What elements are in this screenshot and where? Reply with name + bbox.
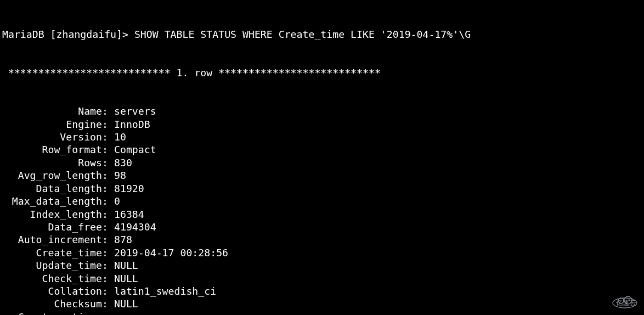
field-value: 0 bbox=[114, 195, 120, 207]
field-value: servers bbox=[114, 105, 156, 117]
field-row: Create_options: bbox=[2, 311, 642, 315]
field-value: InnoDB bbox=[114, 118, 150, 131]
command-line: MariaDB [zhangdaifu]> SHOW TABLE STATUS … bbox=[2, 28, 642, 41]
field-colon: : bbox=[102, 131, 114, 143]
field-value: latin1_swedish_ci bbox=[114, 285, 216, 297]
field-colon: : bbox=[102, 156, 114, 169]
field-row: Data_length: 81920 bbox=[2, 182, 642, 195]
field-colon: : bbox=[102, 195, 114, 207]
field-value: NULL bbox=[114, 297, 138, 310]
field-row: Name: servers bbox=[2, 105, 642, 117]
field-colon: : bbox=[102, 169, 114, 182]
field-value: 10 bbox=[114, 131, 126, 143]
terminal[interactable]: MariaDB [zhangdaifu]> SHOW TABLE STATUS … bbox=[0, 0, 644, 315]
field-row: Rows: 830 bbox=[2, 156, 642, 169]
field-value: 81920 bbox=[114, 182, 144, 195]
field-colon: : bbox=[102, 105, 114, 117]
field-row: Version: 10 bbox=[2, 131, 642, 143]
field-row: Collation: latin1_swedish_ci bbox=[2, 285, 642, 297]
field-colon: : bbox=[102, 246, 114, 259]
field-colon: : bbox=[102, 259, 114, 272]
field-value: NULL bbox=[114, 259, 138, 272]
field-colon: : bbox=[102, 221, 114, 233]
field-key: Auto_increment bbox=[2, 233, 102, 246]
field-colon: : bbox=[102, 272, 114, 285]
field-value: 16384 bbox=[114, 208, 144, 221]
field-key: Check_time bbox=[2, 272, 102, 285]
field-colon: : bbox=[102, 118, 114, 131]
field-key: Avg_row_length bbox=[2, 169, 102, 182]
field-value: 878 bbox=[114, 233, 132, 246]
field-colon: : bbox=[102, 297, 114, 310]
field-key: Name bbox=[2, 105, 102, 117]
field-colon: : bbox=[102, 311, 114, 315]
field-row: Row_format: Compact bbox=[2, 143, 642, 156]
field-row: Check_time: NULL bbox=[2, 272, 642, 285]
field-key: Collation bbox=[2, 285, 102, 297]
field-key: Rows bbox=[2, 156, 102, 169]
field-key: Version bbox=[2, 131, 102, 143]
field-key: Data_length bbox=[2, 182, 102, 195]
field-row: Update_time: NULL bbox=[2, 259, 642, 272]
field-row: Avg_row_length: 98 bbox=[2, 169, 642, 182]
field-key: Index_length bbox=[2, 208, 102, 221]
field-value: NULL bbox=[114, 272, 138, 285]
field-row: Data_free: 4194304 bbox=[2, 221, 642, 233]
prompt: MariaDB [zhangdaifu]> bbox=[2, 28, 128, 41]
field-colon: : bbox=[102, 285, 114, 297]
field-value: 2019-04-17 00:28:56 bbox=[114, 246, 228, 259]
field-key: Update_time bbox=[2, 259, 102, 272]
field-key: Row_format bbox=[2, 143, 102, 156]
field-row: Checksum: NULL bbox=[2, 297, 642, 310]
field-value: 98 bbox=[114, 169, 126, 182]
watermark-text: 亿速云 bbox=[616, 297, 637, 310]
result-fields: Name: serversEngine: InnoDBVersion: 10Ro… bbox=[2, 105, 642, 315]
field-colon: : bbox=[102, 208, 114, 221]
field-row: Create_time: 2019-04-17 00:28:56 bbox=[2, 246, 642, 259]
field-colon: : bbox=[102, 233, 114, 246]
field-row: Auto_increment: 878 bbox=[2, 233, 642, 246]
field-key: Engine bbox=[2, 118, 102, 131]
field-value: 4194304 bbox=[114, 221, 156, 233]
field-key: Create_time bbox=[2, 246, 102, 259]
row-separator: *************************** 1. row *****… bbox=[2, 66, 642, 79]
field-key: Max_data_length bbox=[2, 195, 102, 207]
field-key: Checksum bbox=[2, 297, 102, 310]
field-colon: : bbox=[102, 143, 114, 156]
field-key: Create_options bbox=[2, 311, 102, 315]
sql-command: SHOW TABLE STATUS WHERE Create_time LIKE… bbox=[128, 28, 471, 41]
field-value: 830 bbox=[114, 156, 132, 169]
field-row: Max_data_length: 0 bbox=[2, 195, 642, 207]
field-row: Index_length: 16384 bbox=[2, 208, 642, 221]
field-colon: : bbox=[102, 182, 114, 195]
field-row: Engine: InnoDB bbox=[2, 118, 642, 131]
field-key: Data_free bbox=[2, 221, 102, 233]
field-value: Compact bbox=[114, 143, 156, 156]
